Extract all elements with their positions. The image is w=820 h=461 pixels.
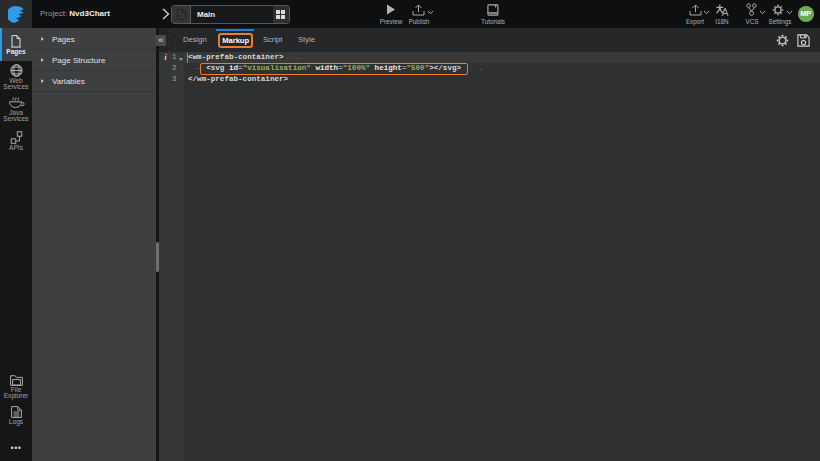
svg-text:A: A [722,5,729,16]
